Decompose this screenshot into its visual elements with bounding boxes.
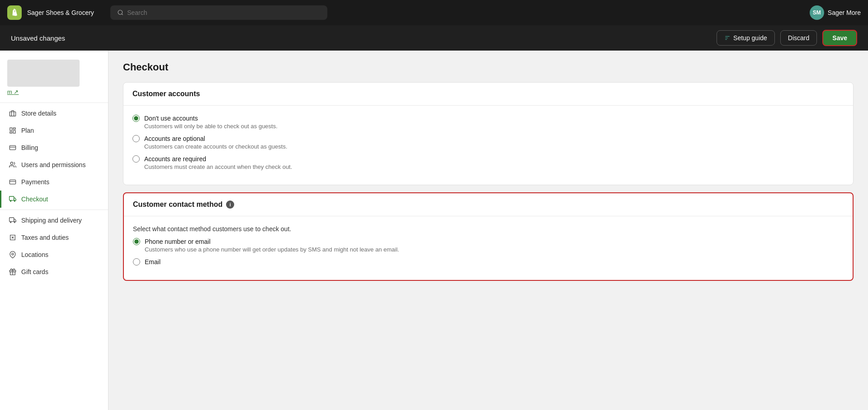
accounts-option-optional: Accounts are optional Customers can crea… xyxy=(132,135,844,150)
customer-accounts-card: Customer accounts Don't use accounts Cus… xyxy=(123,82,854,185)
users-icon xyxy=(9,161,17,169)
sidebar-item-billing[interactable]: Billing xyxy=(0,139,108,156)
radio-phone-email[interactable] xyxy=(133,238,140,245)
sidebar-item-checkout[interactable]: Checkout xyxy=(0,191,108,208)
plan-icon xyxy=(9,126,17,135)
billing-icon xyxy=(9,144,17,152)
sidebar-divider-2 xyxy=(0,210,108,210)
unsaved-label: Unsaved changes xyxy=(11,34,711,42)
store-name: Sager Shoes & Grocery xyxy=(27,9,94,16)
checkout-icon xyxy=(9,195,17,203)
radio-optional-accounts-label: Accounts are optional xyxy=(144,135,205,142)
sidebar-item-users[interactable]: Users and permissions xyxy=(0,156,108,173)
page-title: Checkout xyxy=(123,61,854,73)
shopify-header: Sager Shoes & Grocery SM Sager More xyxy=(0,0,868,25)
sidebar-label-checkout: Checkout xyxy=(21,196,48,203)
sidebar-label-gift-cards: Gift cards xyxy=(21,268,48,275)
radio-phone-email-desc: Customers who use a phone number will ge… xyxy=(145,246,844,253)
radio-optional-accounts-desc: Customers can create accounts or checkou… xyxy=(144,143,844,150)
svg-point-9 xyxy=(10,200,11,201)
radio-email-only[interactable] xyxy=(133,258,140,266)
select-method-text: Select what contact method customers use… xyxy=(133,225,844,233)
svg-point-14 xyxy=(12,253,14,255)
header-right: SM Sager More xyxy=(810,5,861,20)
contact-option-phone-email: Phone number or email Customers who use … xyxy=(133,238,844,253)
main-layout: m ↗ Store details Plan Billing xyxy=(0,51,868,410)
radio-no-accounts-label: Don't use accounts xyxy=(144,115,198,122)
radio-phone-email-label: Phone number or email xyxy=(145,238,211,245)
save-button[interactable]: Save xyxy=(822,30,857,46)
sidebar-item-shipping[interactable]: Shipping and delivery xyxy=(0,212,108,229)
svg-rect-2 xyxy=(13,128,15,129)
payments-icon xyxy=(9,178,17,186)
sidebar-label-shipping: Shipping and delivery xyxy=(21,217,82,224)
gift-icon xyxy=(9,268,17,276)
customer-accounts-header: Customer accounts xyxy=(123,83,853,106)
svg-rect-7 xyxy=(9,180,15,184)
sidebar-item-gift-cards[interactable]: Gift cards xyxy=(0,263,108,280)
radio-required-accounts[interactable] xyxy=(132,155,140,163)
info-icon: i xyxy=(226,200,234,209)
svg-rect-0 xyxy=(9,112,15,116)
sidebar-label-billing: Billing xyxy=(21,144,38,151)
sidebar-label-users: Users and permissions xyxy=(21,161,85,168)
radio-required-accounts-desc: Customers must create an account when th… xyxy=(144,163,844,170)
locations-icon xyxy=(9,251,17,259)
sidebar-item-taxes[interactable]: Taxes and duties xyxy=(0,229,108,246)
unsaved-bar: Unsaved changes Setup guide Discard Save xyxy=(0,25,868,51)
customer-contact-header: Customer contact method i xyxy=(124,193,853,216)
sidebar-item-payments[interactable]: Payments xyxy=(0,173,108,191)
sidebar-label-taxes: Taxes and duties xyxy=(21,234,69,241)
shipping-icon xyxy=(9,216,17,224)
accounts-option-none: Don't use accounts Customers will only b… xyxy=(132,115,844,130)
radio-optional-accounts[interactable] xyxy=(132,135,140,142)
svg-point-10 xyxy=(14,200,15,201)
customer-accounts-body: Don't use accounts Customers will only b… xyxy=(123,106,853,185)
store-link[interactable]: m ↗ xyxy=(0,89,108,101)
svg-rect-1 xyxy=(10,128,12,130)
taxes-icon xyxy=(9,233,17,242)
svg-point-6 xyxy=(10,162,13,164)
sidebar-item-store-details[interactable]: Store details xyxy=(0,105,108,122)
sidebar-item-plan[interactable]: Plan xyxy=(0,122,108,139)
sidebar-label-payments: Payments xyxy=(21,178,49,186)
svg-rect-3 xyxy=(13,130,15,133)
sidebar: m ↗ Store details Plan Billing xyxy=(0,51,108,410)
radio-required-accounts-label: Accounts are required xyxy=(144,155,206,163)
sidebar-label-plan: Plan xyxy=(21,127,34,134)
sidebar-item-locations[interactable]: Locations xyxy=(0,246,108,263)
customer-contact-body: Select what contact method customers use… xyxy=(124,216,853,280)
customer-contact-card: Customer contact method i Select what co… xyxy=(123,192,854,281)
radio-no-accounts[interactable] xyxy=(132,115,140,122)
svg-rect-4 xyxy=(10,132,12,133)
sidebar-divider xyxy=(0,102,108,103)
header-username: Sager More xyxy=(828,9,861,16)
svg-rect-8 xyxy=(9,196,14,200)
main-content: Checkout Customer accounts Don't use acc… xyxy=(108,51,868,410)
radio-email-only-label: Email xyxy=(145,258,160,266)
contact-option-email: Email xyxy=(133,258,844,266)
customer-contact-title: Customer contact method xyxy=(133,200,222,209)
accounts-option-required: Accounts are required Customers must cre… xyxy=(132,155,844,170)
setup-guide-button[interactable]: Setup guide xyxy=(717,30,775,46)
svg-rect-5 xyxy=(9,145,15,149)
avatar: SM xyxy=(810,5,824,20)
discard-button[interactable]: Discard xyxy=(780,30,817,46)
search-bar[interactable] xyxy=(110,5,327,20)
search-input[interactable] xyxy=(127,9,320,16)
sidebar-label-store-details: Store details xyxy=(21,110,57,117)
store-thumbnail xyxy=(7,60,80,87)
shopify-logo xyxy=(7,5,22,20)
svg-rect-11 xyxy=(9,218,14,222)
sidebar-label-locations: Locations xyxy=(21,251,48,258)
store-icon xyxy=(9,109,17,117)
radio-no-accounts-desc: Customers will only be able to check out… xyxy=(144,123,844,130)
svg-point-13 xyxy=(14,222,15,223)
svg-point-12 xyxy=(10,222,11,223)
